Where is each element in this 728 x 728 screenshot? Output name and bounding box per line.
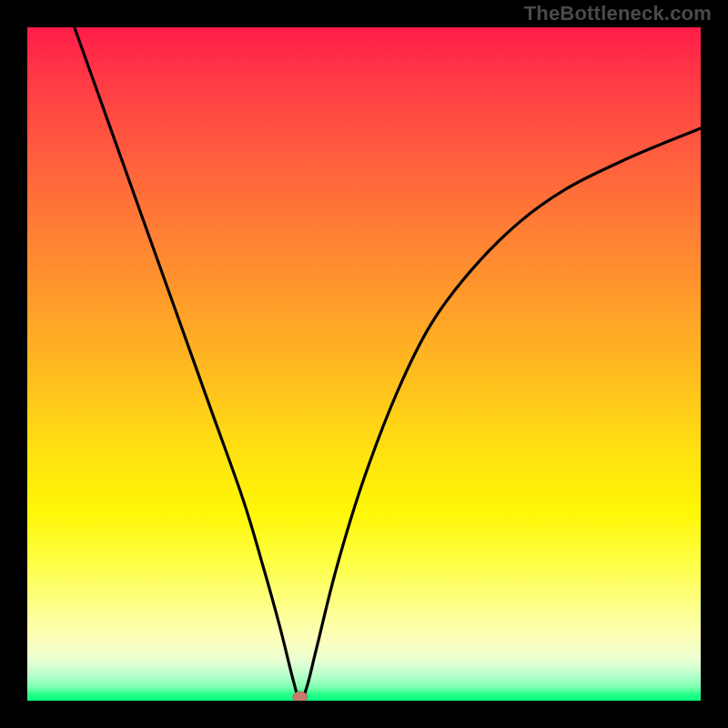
- plot-area: [27, 27, 701, 701]
- chart-container: TheBottleneck.com: [0, 0, 728, 728]
- chart-overlay: [27, 27, 701, 701]
- optimal-point-marker: [293, 692, 308, 701]
- bottleneck-curve: [75, 27, 701, 701]
- watermark-text: TheBottleneck.com: [524, 2, 712, 25]
